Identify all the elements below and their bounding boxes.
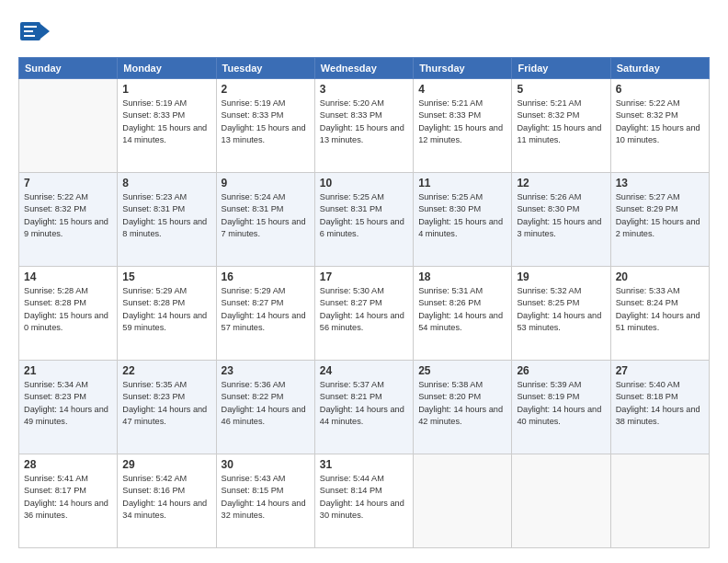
day-info: Sunrise: 5:32 AM Sunset: 8:25 PM Dayligh… <box>517 285 605 334</box>
table-row: 4Sunrise: 5:21 AM Sunset: 8:33 PM Daylig… <box>414 79 512 173</box>
svg-rect-3 <box>24 30 33 32</box>
day-number: 3 <box>320 83 408 96</box>
svg-rect-2 <box>24 26 37 28</box>
day-info: Sunrise: 5:19 AM Sunset: 8:33 PM Dayligh… <box>122 98 210 146</box>
day-info: Sunrise: 5:42 AM Sunset: 8:16 PM Dayligh… <box>122 473 210 522</box>
day-number: 9 <box>222 177 310 190</box>
table-row: 17Sunrise: 5:30 AM Sunset: 8:27 PM Dayli… <box>314 267 413 361</box>
day-info: Sunrise: 5:21 AM Sunset: 8:32 PM Dayligh… <box>517 98 605 146</box>
day-info: Sunrise: 5:43 AM Sunset: 8:15 PM Dayligh… <box>222 473 310 522</box>
day-number: 29 <box>122 458 210 471</box>
table-row <box>610 454 709 548</box>
table-row: 10Sunrise: 5:25 AM Sunset: 8:31 PM Dayli… <box>314 173 413 267</box>
day-number: 21 <box>24 364 112 377</box>
day-info: Sunrise: 5:39 AM Sunset: 8:19 PM Dayligh… <box>517 379 605 428</box>
table-row: 9Sunrise: 5:24 AM Sunset: 8:31 PM Daylig… <box>216 173 314 267</box>
day-number: 10 <box>320 177 408 190</box>
day-number: 15 <box>122 270 210 283</box>
table-row: 28Sunrise: 5:41 AM Sunset: 8:17 PM Dayli… <box>19 454 118 548</box>
day-number: 31 <box>320 458 408 471</box>
day-number: 16 <box>222 270 310 283</box>
table-row: 6Sunrise: 5:22 AM Sunset: 8:32 PM Daylig… <box>610 79 709 173</box>
table-row: 1Sunrise: 5:19 AM Sunset: 8:33 PM Daylig… <box>118 79 216 173</box>
day-number: 13 <box>616 177 704 190</box>
table-row: 22Sunrise: 5:35 AM Sunset: 8:23 PM Dayli… <box>118 361 216 454</box>
day-info: Sunrise: 5:44 AM Sunset: 8:14 PM Dayligh… <box>320 473 408 522</box>
col-tuesday: Tuesday <box>216 58 314 79</box>
table-row: 26Sunrise: 5:39 AM Sunset: 8:19 PM Dayli… <box>512 361 610 454</box>
day-info: Sunrise: 5:23 AM Sunset: 8:31 PM Dayligh… <box>122 191 210 240</box>
header <box>18 15 710 48</box>
day-number: 19 <box>517 270 605 283</box>
page: Sunday Monday Tuesday Wednesday Thursday… <box>0 0 728 563</box>
logo <box>18 15 55 48</box>
svg-marker-1 <box>40 24 50 39</box>
table-row <box>414 454 512 548</box>
day-info: Sunrise: 5:27 AM Sunset: 8:29 PM Dayligh… <box>616 191 704 240</box>
day-info: Sunrise: 5:20 AM Sunset: 8:33 PM Dayligh… <box>320 98 408 146</box>
calendar-week-row: 14Sunrise: 5:28 AM Sunset: 8:28 PM Dayli… <box>19 267 710 361</box>
col-friday: Friday <box>512 58 610 79</box>
day-info: Sunrise: 5:19 AM Sunset: 8:33 PM Dayligh… <box>222 98 310 146</box>
day-info: Sunrise: 5:41 AM Sunset: 8:17 PM Dayligh… <box>24 473 112 522</box>
table-row: 14Sunrise: 5:28 AM Sunset: 8:28 PM Dayli… <box>19 267 118 361</box>
table-row: 11Sunrise: 5:25 AM Sunset: 8:30 PM Dayli… <box>414 173 512 267</box>
day-number: 14 <box>24 270 112 283</box>
day-info: Sunrise: 5:25 AM Sunset: 8:30 PM Dayligh… <box>418 191 506 240</box>
col-wednesday: Wednesday <box>314 58 413 79</box>
table-row: 30Sunrise: 5:43 AM Sunset: 8:15 PM Dayli… <box>216 454 314 548</box>
col-thursday: Thursday <box>414 58 512 79</box>
calendar-table: Sunday Monday Tuesday Wednesday Thursday… <box>18 57 710 548</box>
calendar-week-row: 21Sunrise: 5:34 AM Sunset: 8:23 PM Dayli… <box>19 361 710 454</box>
day-number: 17 <box>320 270 408 283</box>
day-info: Sunrise: 5:25 AM Sunset: 8:31 PM Dayligh… <box>320 191 408 240</box>
table-row: 25Sunrise: 5:38 AM Sunset: 8:20 PM Dayli… <box>414 361 512 454</box>
day-info: Sunrise: 5:26 AM Sunset: 8:30 PM Dayligh… <box>517 191 605 240</box>
col-saturday: Saturday <box>610 58 709 79</box>
day-info: Sunrise: 5:24 AM Sunset: 8:31 PM Dayligh… <box>222 191 310 240</box>
day-info: Sunrise: 5:22 AM Sunset: 8:32 PM Dayligh… <box>616 98 704 146</box>
day-number: 30 <box>222 458 310 471</box>
calendar-week-row: 7Sunrise: 5:22 AM Sunset: 8:32 PM Daylig… <box>19 173 710 267</box>
day-number: 1 <box>122 83 210 96</box>
day-info: Sunrise: 5:28 AM Sunset: 8:28 PM Dayligh… <box>24 285 112 334</box>
day-info: Sunrise: 5:35 AM Sunset: 8:23 PM Dayligh… <box>122 379 210 428</box>
logo-icon <box>18 15 51 48</box>
day-info: Sunrise: 5:33 AM Sunset: 8:24 PM Dayligh… <box>616 285 704 334</box>
calendar-week-row: 28Sunrise: 5:41 AM Sunset: 8:17 PM Dayli… <box>19 454 710 548</box>
day-info: Sunrise: 5:30 AM Sunset: 8:27 PM Dayligh… <box>320 285 408 334</box>
day-number: 8 <box>122 177 210 190</box>
day-number: 7 <box>24 177 112 190</box>
table-row: 20Sunrise: 5:33 AM Sunset: 8:24 PM Dayli… <box>610 267 709 361</box>
day-number: 6 <box>616 83 704 96</box>
calendar-header-row: Sunday Monday Tuesday Wednesday Thursday… <box>19 58 710 79</box>
table-row: 23Sunrise: 5:36 AM Sunset: 8:22 PM Dayli… <box>216 361 314 454</box>
table-row: 12Sunrise: 5:26 AM Sunset: 8:30 PM Dayli… <box>512 173 610 267</box>
table-row: 24Sunrise: 5:37 AM Sunset: 8:21 PM Dayli… <box>314 361 413 454</box>
table-row: 27Sunrise: 5:40 AM Sunset: 8:18 PM Dayli… <box>610 361 709 454</box>
day-info: Sunrise: 5:22 AM Sunset: 8:32 PM Dayligh… <box>24 191 112 240</box>
day-number: 28 <box>24 458 112 471</box>
svg-rect-4 <box>24 35 35 37</box>
table-row: 29Sunrise: 5:42 AM Sunset: 8:16 PM Dayli… <box>118 454 216 548</box>
day-number: 26 <box>517 364 605 377</box>
table-row: 31Sunrise: 5:44 AM Sunset: 8:14 PM Dayli… <box>314 454 413 548</box>
table-row: 2Sunrise: 5:19 AM Sunset: 8:33 PM Daylig… <box>216 79 314 173</box>
day-info: Sunrise: 5:36 AM Sunset: 8:22 PM Dayligh… <box>222 379 310 428</box>
day-info: Sunrise: 5:31 AM Sunset: 8:26 PM Dayligh… <box>418 285 506 334</box>
table-row: 5Sunrise: 5:21 AM Sunset: 8:32 PM Daylig… <box>512 79 610 173</box>
table-row: 18Sunrise: 5:31 AM Sunset: 8:26 PM Dayli… <box>414 267 512 361</box>
day-number: 24 <box>320 364 408 377</box>
day-info: Sunrise: 5:37 AM Sunset: 8:21 PM Dayligh… <box>320 379 408 428</box>
table-row <box>19 79 118 173</box>
col-monday: Monday <box>118 58 216 79</box>
table-row: 15Sunrise: 5:29 AM Sunset: 8:28 PM Dayli… <box>118 267 216 361</box>
table-row: 3Sunrise: 5:20 AM Sunset: 8:33 PM Daylig… <box>314 79 413 173</box>
day-number: 18 <box>418 270 506 283</box>
day-number: 2 <box>222 83 310 96</box>
table-row: 7Sunrise: 5:22 AM Sunset: 8:32 PM Daylig… <box>19 173 118 267</box>
day-number: 12 <box>517 177 605 190</box>
day-info: Sunrise: 5:29 AM Sunset: 8:27 PM Dayligh… <box>222 285 310 334</box>
table-row: 21Sunrise: 5:34 AM Sunset: 8:23 PM Dayli… <box>19 361 118 454</box>
table-row: 13Sunrise: 5:27 AM Sunset: 8:29 PM Dayli… <box>610 173 709 267</box>
